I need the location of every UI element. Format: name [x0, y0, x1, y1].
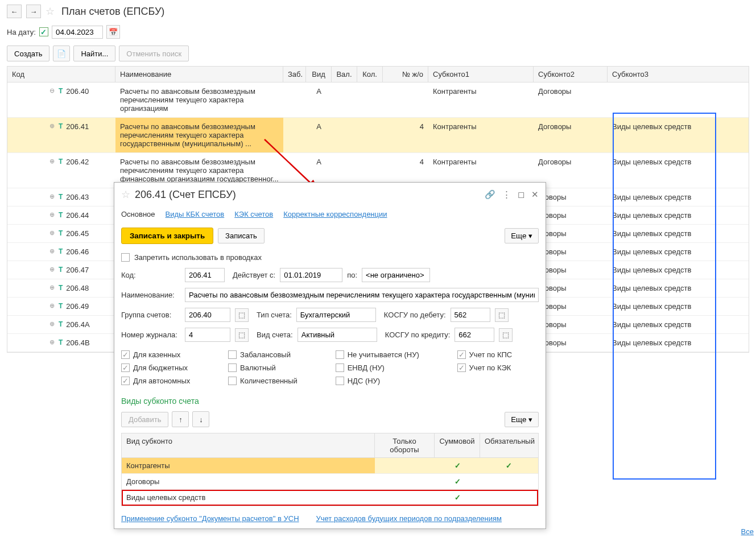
col-sub2[interactable]: Субконто2: [534, 67, 608, 82]
all-link[interactable]: Все: [741, 527, 754, 536]
group-select-icon[interactable]: ⬚: [235, 308, 249, 322]
tree-expand-icon[interactable]: ⊕: [48, 338, 55, 345]
chk-envd[interactable]: [336, 363, 344, 372]
tree-expand-icon[interactable]: ⊕: [48, 229, 55, 236]
forbid-label: Запретить использовать в проводках: [134, 253, 262, 262]
chk-budget[interactable]: ✓: [121, 363, 130, 372]
kosgu-dt-label: КОСГУ по дебету:: [384, 311, 446, 319]
kosgu-dt-input[interactable]: [451, 308, 490, 322]
from-label: Действует с:: [233, 271, 275, 279]
tree-expand-icon[interactable]: ⊕: [48, 302, 55, 309]
chk-kek[interactable]: ✓: [457, 363, 466, 372]
col-name[interactable]: Наименование: [115, 67, 283, 82]
subkonto-row[interactable]: Договоры ✓: [122, 474, 538, 490]
chk-ne-nu[interactable]: [336, 350, 344, 359]
code-input[interactable]: [185, 268, 225, 282]
col-zab[interactable]: Заб.: [283, 67, 306, 82]
forbid-checkbox[interactable]: [121, 253, 130, 262]
journal-select-icon[interactable]: ⬚: [235, 328, 249, 342]
sub-col-oboroty[interactable]: Только обороты: [375, 433, 435, 457]
tree-expand-icon[interactable]: ⊕: [48, 266, 55, 272]
close-icon[interactable]: ✕: [531, 189, 539, 200]
save-button[interactable]: Записать: [218, 228, 265, 243]
usn-link[interactable]: Применение субконто "Документы расчетов"…: [121, 514, 299, 523]
col-val[interactable]: Вал.: [332, 67, 357, 82]
copy-icon[interactable]: 📄: [53, 46, 70, 61]
chk-kazennyh[interactable]: ✓: [121, 350, 130, 359]
dialog-more-button[interactable]: Еще ▾: [505, 228, 539, 243]
kosgu-kt-label: КОСГУ по кредиту:: [385, 331, 451, 339]
forward-button[interactable]: →: [26, 5, 41, 18]
col-nzh[interactable]: № ж/о: [383, 67, 428, 82]
col-vid[interactable]: Вид: [306, 67, 332, 82]
group-label: Группа счетов:: [121, 311, 180, 319]
kosgu-kt-select-icon[interactable]: ⬚: [499, 328, 513, 342]
kosgu-kt-input[interactable]: [455, 328, 494, 342]
dialog-star-icon[interactable]: ☆: [121, 188, 130, 201]
move-up-icon[interactable]: ↑: [172, 411, 189, 427]
tree-expand-icon[interactable]: ⊕: [48, 122, 55, 129]
account-type-icon: Т: [59, 229, 63, 237]
to-label: по:: [347, 271, 357, 279]
cancel-search-button[interactable]: Отменить поиск: [119, 46, 189, 61]
find-button[interactable]: Найти...: [73, 46, 115, 61]
favorite-star-icon[interactable]: ☆: [46, 5, 55, 18]
col-sub3[interactable]: Субконто3: [608, 67, 710, 82]
chk-autonom[interactable]: ✓: [121, 377, 130, 385]
tree-expand-icon[interactable]: ⊕: [48, 320, 55, 327]
col-sub1[interactable]: Субконто1: [428, 67, 534, 82]
tree-expand-icon[interactable]: ⊕: [48, 284, 55, 291]
journal-input[interactable]: [185, 328, 230, 342]
back-button[interactable]: ←: [7, 5, 22, 18]
tree-expand-icon[interactable]: ⊕: [48, 211, 55, 218]
tab-corr[interactable]: Корректные корреспонденции: [283, 210, 387, 218]
date-input[interactable]: [52, 26, 103, 39]
sub-col-type[interactable]: Вид субконто: [122, 433, 375, 457]
add-subkonto-button[interactable]: Добавить: [121, 412, 168, 427]
acct-type-input[interactable]: [296, 308, 376, 322]
col-kol[interactable]: Кол.: [357, 67, 383, 82]
subkonto-row[interactable]: Виды целевых средств ✓: [122, 490, 538, 506]
link-icon[interactable]: 🔗: [485, 189, 495, 200]
tab-kbk[interactable]: Виды КБК счетов: [166, 210, 225, 218]
sub-col-req[interactable]: Обязательный: [480, 433, 537, 457]
name-input[interactable]: [185, 288, 539, 302]
kosgu-dt-select-icon[interactable]: ⬚: [495, 308, 509, 322]
tree-expand-icon[interactable]: ⊕: [48, 247, 55, 254]
chk-valut[interactable]: [228, 363, 237, 372]
table-row[interactable]: ⊖Т206.40 Расчеты по авансовым безвозмезд…: [7, 82, 749, 118]
table-row[interactable]: ⊕Т206.41 Расчеты по авансовым безвозмезд…: [7, 118, 749, 153]
tab-kek[interactable]: КЭК счетов: [234, 210, 273, 218]
account-type-icon: Т: [59, 338, 63, 346]
group-input[interactable]: [185, 308, 230, 322]
col-code[interactable]: Код: [7, 67, 115, 82]
chk-kolich[interactable]: [228, 377, 237, 385]
tab-main[interactable]: Основное: [121, 210, 155, 218]
chk-nds[interactable]: [336, 377, 344, 385]
to-input[interactable]: [362, 268, 430, 282]
chk-kps[interactable]: ✓: [457, 350, 466, 359]
menu-icon[interactable]: ⋮: [502, 189, 511, 200]
subkonto-section-title: Виды субконто счета: [114, 391, 546, 409]
future-expense-link[interactable]: Учет расходов будущих периодов по подраз…: [316, 514, 502, 523]
subkonto-more-button[interactable]: Еще ▾: [505, 412, 539, 427]
tree-expand-icon[interactable]: ⊕: [48, 158, 55, 164]
account-type-icon: Т: [59, 193, 63, 201]
account-type-icon: Т: [59, 122, 63, 130]
sub-col-sum[interactable]: Суммовой: [435, 433, 480, 457]
move-down-icon[interactable]: ↓: [192, 411, 209, 427]
subkonto-row[interactable]: Контрагенты ✓ ✓: [122, 458, 538, 474]
save-close-button[interactable]: Записать и закрыть: [121, 228, 213, 244]
account-type-icon: Т: [59, 211, 63, 219]
create-button[interactable]: Создать: [7, 46, 49, 61]
account-type-icon: Т: [59, 266, 63, 274]
calendar-icon[interactable]: 📅: [106, 25, 120, 39]
maximize-icon[interactable]: ◻: [518, 189, 524, 200]
date-checkbox[interactable]: ✓: [39, 27, 48, 36]
from-input[interactable]: [280, 268, 342, 282]
vid-input[interactable]: [298, 328, 377, 342]
chk-zabalans[interactable]: [228, 350, 237, 359]
tree-expand-icon[interactable]: ⊖: [48, 87, 55, 94]
tree-expand-icon[interactable]: ⊕: [48, 193, 55, 200]
account-type-icon: Т: [59, 247, 63, 255]
